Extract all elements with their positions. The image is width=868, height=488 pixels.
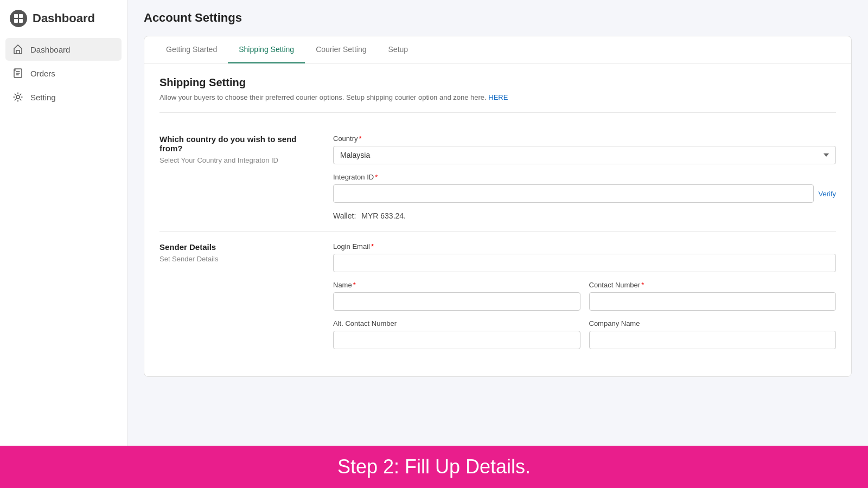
name-label: Name* — [333, 281, 580, 289]
sidebar-nav: Dashboard Orders — [0, 38, 127, 108]
name-contact-row: Name* Contact Number* — [333, 281, 836, 319]
main-content: Account Settings Getting Started Shippin… — [127, 0, 868, 446]
country-section-left: Which country do you wish to send from? … — [159, 134, 311, 220]
sender-subtext: Set Sender Details — [159, 255, 311, 263]
sidebar-item-setting[interactable]: Setting — [5, 86, 122, 108]
bottom-banner-text: Step 2: Fill Up Details. — [337, 455, 531, 478]
name-form-group: Name* — [333, 281, 580, 311]
svg-point-5 — [16, 95, 20, 99]
sender-heading: Sender Details — [159, 242, 311, 252]
svg-rect-0 — [14, 14, 18, 18]
company-label: Company Name — [589, 319, 837, 328]
divider-1 — [159, 112, 836, 113]
country-form-group: Country* Malaysia Singapore Indonesia Th… — [333, 134, 836, 164]
country-form-section: Which country do you wish to send from? … — [159, 124, 836, 232]
login-email-input[interactable] — [333, 254, 836, 272]
sender-section-right: Login Email* Name* — [333, 242, 836, 358]
contact-form-group: Contact Number* — [589, 281, 837, 311]
country-select[interactable]: Malaysia Singapore Indonesia Thailand — [333, 146, 836, 164]
alt-contact-label: Alt. Contact Number — [333, 319, 580, 328]
integration-input-row: Verify — [333, 184, 836, 203]
wallet-row: Wallet:MYR 633.24. — [333, 211, 836, 220]
alt-contact-form-group: Alt. Contact Number — [333, 319, 580, 349]
orders-icon — [12, 67, 24, 79]
sender-form-section: Sender Details Set Sender Details Login … — [159, 232, 836, 363]
tab-courier-setting[interactable]: Courier Setting — [305, 36, 377, 63]
shipping-section-title: Shipping Setting — [159, 76, 836, 89]
logo-icon — [10, 10, 27, 27]
tab-shipping-setting[interactable]: Shipping Setting — [228, 36, 305, 63]
company-form-group: Company Name — [589, 319, 837, 349]
integration-label: Integraton ID* — [333, 173, 836, 181]
company-input[interactable] — [589, 331, 837, 349]
alt-contact-input[interactable] — [333, 331, 580, 349]
alt-company-row: Alt. Contact Number Company Name — [333, 319, 836, 358]
here-link[interactable]: HERE — [488, 93, 508, 101]
sidebar-item-orders[interactable]: Orders — [5, 62, 122, 85]
shipping-section-desc: Allow your buyers to choose their prefer… — [159, 93, 836, 101]
sidebar: Dashboard Dashboard — [0, 0, 127, 446]
gear-icon — [12, 91, 24, 103]
sidebar-item-label: Setting — [30, 93, 56, 102]
tab-setup[interactable]: Setup — [378, 36, 419, 63]
sidebar-item-label: Orders — [30, 69, 55, 78]
card-body: Shipping Setting Allow your buyers to ch… — [144, 63, 851, 376]
name-input[interactable] — [333, 292, 580, 311]
contact-input[interactable] — [589, 292, 837, 311]
country-heading: Which country do you wish to send from? — [159, 134, 311, 153]
page-title: Account Settings — [144, 11, 852, 25]
login-email-form-group: Login Email* — [333, 242, 836, 272]
sender-section-left: Sender Details Set Sender Details — [159, 242, 311, 358]
country-label: Country* — [333, 134, 836, 143]
integration-id-input[interactable] — [333, 184, 814, 203]
verify-link[interactable]: Verify — [818, 190, 836, 198]
sidebar-logo: Dashboard — [0, 5, 127, 38]
bottom-banner: Step 2: Fill Up Details. — [0, 446, 868, 488]
svg-rect-3 — [19, 19, 23, 23]
svg-rect-2 — [14, 19, 18, 23]
country-section-right: Country* Malaysia Singapore Indonesia Th… — [333, 134, 836, 220]
svg-rect-1 — [19, 14, 23, 18]
home-icon — [12, 43, 24, 55]
tab-getting-started[interactable]: Getting Started — [155, 36, 228, 63]
login-email-label: Login Email* — [333, 242, 836, 251]
sidebar-item-dashboard[interactable]: Dashboard — [5, 38, 122, 61]
integration-form-group: Integraton ID* Verify — [333, 173, 836, 203]
country-subtext: Select Your Country and Integraton ID — [159, 156, 311, 164]
contact-label: Contact Number* — [589, 281, 837, 289]
tabs-bar: Getting Started Shipping Setting Courier… — [144, 36, 851, 63]
app-title: Dashboard — [33, 11, 95, 25]
settings-card: Getting Started Shipping Setting Courier… — [144, 36, 852, 377]
sidebar-item-label: Dashboard — [30, 45, 70, 54]
